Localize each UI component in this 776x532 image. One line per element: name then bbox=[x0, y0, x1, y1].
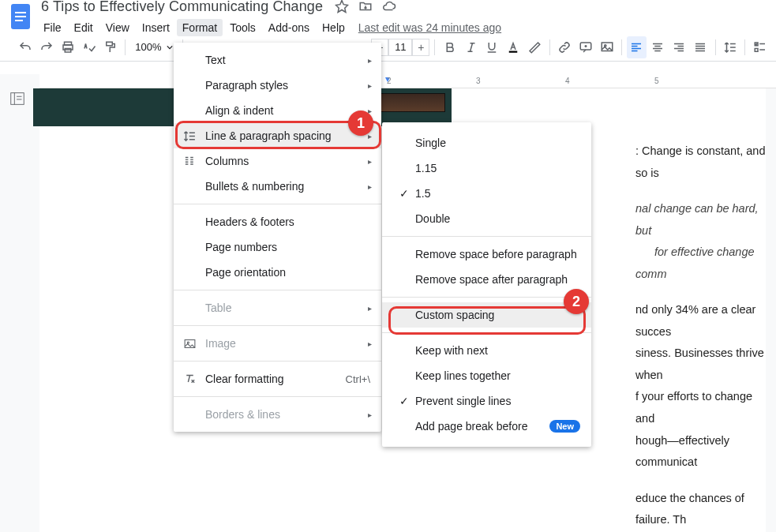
format-borders-lines-item: Borders & lines▸ bbox=[174, 402, 381, 427]
font-size-value[interactable]: 11 bbox=[388, 39, 412, 56]
prevent-single-lines-item[interactable]: ✓Prevent single lines bbox=[382, 388, 591, 414]
star-icon[interactable] bbox=[334, 0, 350, 14]
format-paragraph-styles-item[interactable]: Paragraph styles▸ bbox=[174, 73, 381, 98]
annotation-badge-2: 2 bbox=[564, 289, 589, 314]
move-folder-icon[interactable] bbox=[358, 0, 373, 14]
paint-format-icon[interactable] bbox=[101, 36, 121, 58]
spacing-115-item[interactable]: 1.15 bbox=[382, 155, 591, 181]
menubar: File Edit View Insert Format Tools Add-o… bbox=[38, 18, 776, 37]
spacing-15-item[interactable]: ✓1.5 bbox=[382, 181, 591, 206]
horizontal-ruler[interactable]: ▾ 2 3 4 5 bbox=[39, 74, 776, 88]
format-headers-footers-item[interactable]: Headers & footers bbox=[174, 209, 381, 234]
cloud-status-icon[interactable] bbox=[381, 0, 397, 14]
format-dropdown-menu: Text▸ Paragraph styles▸ Align & indent▸ … bbox=[174, 43, 381, 432]
svg-rect-12 bbox=[755, 48, 758, 51]
remove-space-after-item[interactable]: Remove space after paragraph bbox=[382, 267, 591, 292]
insert-link-icon[interactable] bbox=[555, 36, 575, 58]
checklist-icon[interactable] bbox=[750, 36, 770, 58]
svg-rect-2 bbox=[15, 16, 26, 17]
align-center-icon[interactable] bbox=[648, 36, 668, 58]
zoom-select[interactable]: 100% bbox=[130, 41, 177, 53]
spellcheck-icon[interactable] bbox=[80, 36, 99, 58]
clear-format-icon bbox=[183, 373, 205, 386]
format-text-item[interactable]: Text▸ bbox=[174, 47, 381, 73]
image-icon bbox=[183, 337, 205, 350]
docs-logo-icon[interactable] bbox=[6, 0, 35, 36]
format-image-item: Image▸ bbox=[174, 331, 381, 356]
annotation-badge-1: 1 bbox=[348, 111, 373, 136]
document-title[interactable]: 6 Tips to Effectively Communicating Chan… bbox=[38, 0, 326, 17]
format-table-item: Table▸ bbox=[174, 295, 381, 320]
checkmark-icon: ✓ bbox=[393, 395, 415, 407]
svg-rect-13 bbox=[11, 93, 24, 105]
columns-icon bbox=[183, 155, 205, 168]
svg-rect-1 bbox=[15, 12, 26, 13]
format-page-orientation-item[interactable]: Page orientation bbox=[174, 260, 381, 285]
line-spacing-icon bbox=[183, 129, 205, 143]
custom-spacing-item[interactable]: Custom spacing bbox=[382, 302, 591, 328]
line-spacing-submenu: Single 1.15 ✓1.5 Double Remove space bef… bbox=[382, 122, 591, 447]
align-right-icon[interactable] bbox=[669, 36, 689, 58]
remove-space-before-item[interactable]: Remove space before paragraph bbox=[382, 242, 591, 267]
menu-insert[interactable]: Insert bbox=[137, 19, 175, 36]
keep-with-next-item[interactable]: Keep with next bbox=[382, 338, 591, 363]
last-edit-link[interactable]: Last edit was 24 minutes ago bbox=[358, 21, 501, 34]
format-page-numbers-item[interactable]: Page numbers bbox=[174, 234, 381, 260]
svg-rect-7 bbox=[509, 51, 518, 52]
align-justify-icon[interactable] bbox=[691, 36, 710, 58]
menu-edit[interactable]: Edit bbox=[69, 19, 99, 36]
redo-icon[interactable] bbox=[37, 36, 57, 58]
bold-icon[interactable] bbox=[440, 36, 459, 58]
add-comment-icon[interactable] bbox=[575, 36, 595, 58]
menu-help[interactable]: Help bbox=[317, 19, 351, 36]
undo-icon[interactable] bbox=[16, 36, 36, 58]
italic-icon[interactable] bbox=[461, 36, 481, 58]
highlight-color-icon[interactable] bbox=[525, 36, 545, 58]
body-text: nd only 34% are a clear succes siness. B… bbox=[635, 299, 766, 473]
new-badge: New bbox=[549, 420, 580, 433]
underline-icon[interactable] bbox=[482, 36, 502, 58]
svg-rect-3 bbox=[15, 20, 23, 21]
body-text: : Change is constant, and so is bbox=[635, 140, 766, 184]
line-spacing-toolbar-icon[interactable] bbox=[720, 36, 740, 58]
print-icon[interactable] bbox=[58, 36, 78, 58]
menu-format[interactable]: Format bbox=[177, 19, 223, 36]
menu-file[interactable]: File bbox=[38, 19, 67, 36]
body-text: nal change can be hard, butfor effective… bbox=[635, 198, 766, 285]
menu-tools[interactable]: Tools bbox=[224, 19, 261, 36]
spacing-double-item[interactable]: Double bbox=[382, 206, 591, 231]
font-size-plus[interactable]: + bbox=[412, 39, 429, 56]
format-columns-item[interactable]: Columns▸ bbox=[174, 148, 381, 174]
spacing-single-item[interactable]: Single bbox=[382, 130, 591, 155]
text-color-icon[interactable] bbox=[504, 36, 523, 58]
body-text: educe the chances of failure. Th ou. Kee… bbox=[635, 488, 766, 532]
insert-image-icon[interactable] bbox=[597, 36, 617, 58]
outline-toggle-icon[interactable] bbox=[9, 90, 31, 112]
align-left-icon[interactable] bbox=[627, 36, 647, 58]
checkmark-icon: ✓ bbox=[393, 187, 415, 200]
format-bullets-numbering-item[interactable]: Bullets & numbering▸ bbox=[174, 174, 381, 199]
menu-view[interactable]: View bbox=[100, 19, 135, 36]
toolbar: 100% − 11 + bbox=[0, 33, 776, 62]
keep-lines-together-item[interactable]: Keep lines together bbox=[382, 363, 591, 388]
menu-addons[interactable]: Add-ons bbox=[263, 19, 315, 36]
format-clear-formatting-item[interactable]: Clear formattingCtrl+\ bbox=[174, 366, 381, 392]
add-page-break-before-item[interactable]: Add page break beforeNew bbox=[382, 414, 591, 439]
